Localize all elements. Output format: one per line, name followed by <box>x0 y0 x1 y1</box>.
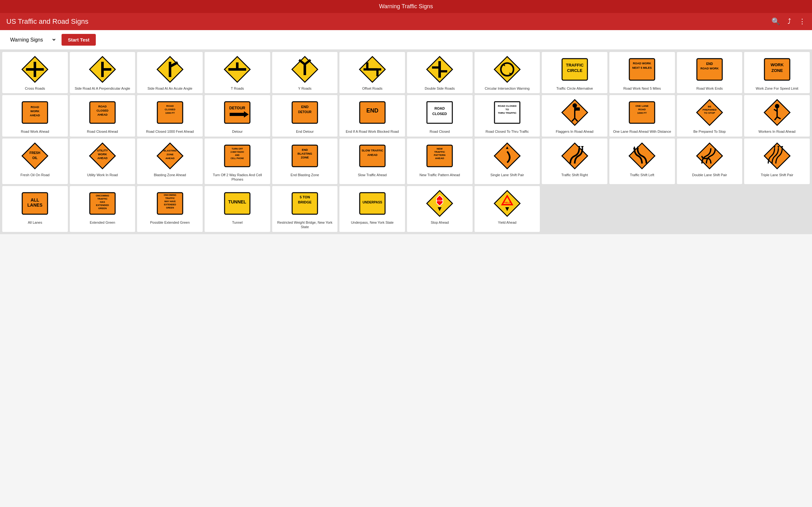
sign-name: Road Closed <box>430 129 450 134</box>
sign-card[interactable]: END End If A Road Work Blocked Road <box>339 95 405 136</box>
sign-card[interactable]: Flaggers In Road Ahead <box>542 95 608 136</box>
svg-text:OIL: OIL <box>32 156 38 160</box>
sign-card[interactable]: ONCOMING TRAFFIC MAY HAVE EXTENDED GREEN… <box>137 186 203 232</box>
sign-image: ROAD WORK AHEAD <box>20 98 49 127</box>
sign-card[interactable]: FRESH OIL Fresh Oil On Road <box>2 138 68 185</box>
sign-card[interactable]: Side Road At A Perpendicular Angle <box>69 52 136 94</box>
sign-image <box>493 142 521 170</box>
svg-text:DETOUR: DETOUR <box>298 110 312 114</box>
sign-card[interactable]: Traffic Shift Left <box>609 138 675 185</box>
sign-card[interactable]: Single Lane Shift Pair <box>474 138 541 185</box>
sign-name: Flaggers In Road Ahead <box>556 129 594 134</box>
sign-card[interactable]: ROAD WORK NEXT 5 MILES Road Work Next 5 … <box>609 52 675 94</box>
sign-image: STOP <box>425 189 454 218</box>
svg-marker-90 <box>22 143 48 169</box>
svg-text:ROAD WORK: ROAD WORK <box>700 67 719 70</box>
category-dropdown[interactable]: Warning Signs Regulatory Signs Guide Sig… <box>6 36 56 44</box>
sign-card[interactable]: SLOW TRAFFIC AHEAD Slow Traffic Ahead <box>339 138 405 185</box>
sign-card[interactable]: T Roads <box>204 52 270 94</box>
svg-text:TUNNEL: TUNNEL <box>229 199 247 205</box>
sign-name: Road Work Ahead <box>21 129 49 134</box>
svg-text:YIELD: YIELD <box>504 202 511 204</box>
svg-text:ROAD WORK: ROAD WORK <box>633 62 652 65</box>
svg-text:ROAD: ROAD <box>31 106 39 109</box>
sign-card[interactable]: NEW TRAFFIC PATTERN AHEAD New Traffic Pa… <box>407 138 473 185</box>
sign-name: Restricted Weight Bridge, New York State <box>274 220 336 229</box>
svg-text:ZONE: ZONE <box>166 153 174 156</box>
svg-marker-25 <box>495 57 520 82</box>
svg-text:TO: TO <box>506 108 509 111</box>
sign-card[interactable]: ALL LANES All Lanes <box>2 186 68 232</box>
sign-card[interactable]: ROAD CLOSED TO THRU TRAFFIC Road Closed … <box>474 95 541 136</box>
svg-text:END: END <box>366 107 378 114</box>
sign-image: TUNNEL <box>223 189 252 218</box>
sign-card[interactable]: TRAFFIC CIRCLE Traffic Circle Alternativ… <box>542 52 608 94</box>
sign-card[interactable]: UTILITY WORK AHEAD Utility Work In Road <box>69 138 136 185</box>
sign-card[interactable]: Y Roads <box>272 52 338 94</box>
sign-card[interactable]: ONE LANE ROAD 1000 FT One Lane Road Ahea… <box>609 95 675 136</box>
sign-image: ALL LANES <box>20 189 49 218</box>
sign-card[interactable]: UNDERPASS Underpass, New York State <box>339 186 405 232</box>
sign-image <box>628 142 656 170</box>
sign-name: New Traffic Pattern Ahead <box>420 173 460 177</box>
sign-image <box>223 55 252 83</box>
sign-image: BLASTING ZONE AHEAD <box>156 142 184 170</box>
sign-card[interactable]: BE PREPARED TO STOP Be Prepared To Stop <box>676 95 743 136</box>
app-bar: US Traffic and Road Signs 🔍 ⤴ ⋮ <box>0 13 812 30</box>
app-title: US Traffic and Road Signs <box>6 17 89 26</box>
sign-card[interactable]: Double Side Roads <box>407 52 473 94</box>
sign-image: FRESH OIL <box>20 142 49 170</box>
sign-image: SLOW TRAFFIC AHEAD <box>358 142 387 170</box>
sign-card[interactable]: END DETOUR End Detour <box>272 95 338 136</box>
sign-card[interactable]: END BLASTING ZONE End Blasting Zone <box>272 138 338 185</box>
sign-image: TRAFFIC CIRCLE <box>560 55 589 83</box>
sign-card[interactable]: Circular Intersection Warning <box>474 52 541 94</box>
sign-card[interactable]: STOP Stop Ahead <box>407 186 473 232</box>
sign-card[interactable]: Workers In Road Ahead <box>744 95 810 136</box>
sign-card[interactable]: YIELD Yield Ahead <box>474 186 541 232</box>
sign-card[interactable]: Side Road At An Acute Angle <box>137 52 203 94</box>
sign-name: End If A Road Work Blocked Road <box>346 129 399 134</box>
sign-card[interactable]: ONCOMING TRAFFIC HAS EXTENDED GREEN Exte… <box>69 186 136 232</box>
sign-card[interactable]: Double Lane Shift Pair <box>676 138 743 185</box>
svg-text:PATTERN: PATTERN <box>434 154 446 157</box>
svg-marker-55 <box>230 113 245 116</box>
svg-text:ZONE: ZONE <box>301 156 309 159</box>
sign-image: END BLASTING ZONE <box>291 142 319 170</box>
sign-name: Stop Ahead <box>431 220 449 225</box>
sign-name: End Blasting Zone <box>291 173 319 177</box>
sign-card[interactable]: Traffic Shift Right <box>542 138 608 185</box>
svg-text:5 TON: 5 TON <box>300 195 310 199</box>
sign-card[interactable]: BLASTING ZONE AHEAD Blasting Zone Ahead <box>137 138 203 185</box>
sign-card[interactable]: 5 TON BRIDGE Restricted Weight Bridge, N… <box>272 186 338 232</box>
sign-card[interactable]: ROAD CLOSED Road Closed <box>407 95 473 136</box>
sign-card[interactable]: Cross Roads <box>2 52 68 94</box>
sign-name: Offset Roads <box>362 86 383 91</box>
svg-text:GREEN: GREEN <box>98 207 107 210</box>
sign-card[interactable]: TURN OFF 2-WAY RADIO AND CELL PHONE Turn… <box>204 138 270 185</box>
sign-card[interactable]: Offset Roads <box>339 52 405 94</box>
sign-name: Cross Roads <box>25 86 45 91</box>
svg-text:AHEAD: AHEAD <box>97 113 108 116</box>
sign-card[interactable]: ROAD CLOSED AHEAD Road Closed Ahead <box>69 95 136 136</box>
sign-card[interactable]: TUNNEL Tunnel <box>204 186 270 232</box>
sign-card[interactable]: ROAD CLOSED 1000 FT Road Closed 1000 Fee… <box>137 95 203 136</box>
sign-card[interactable]: ROAD WORK AHEAD Road Work Ahead <box>2 95 68 136</box>
sign-card[interactable]: DETOUR Detour <box>204 95 270 136</box>
svg-text:BE: BE <box>708 105 711 108</box>
svg-text:AHEAD: AHEAD <box>165 157 174 160</box>
svg-text:ONCOMING: ONCOMING <box>96 194 109 197</box>
sign-card[interactable]: WORK ZONE Work Zone For Speed Limit <box>744 52 810 94</box>
share-icon[interactable]: ⤴ <box>788 17 791 26</box>
sign-card[interactable]: END ROAD WORK Road Work Ends <box>676 52 743 94</box>
svg-marker-125 <box>633 146 636 149</box>
svg-text:BRIDGE: BRIDGE <box>298 200 312 204</box>
sign-image: WORK ZONE <box>763 55 792 83</box>
search-icon[interactable]: 🔍 <box>771 17 780 26</box>
start-test-button[interactable]: Start Test <box>61 34 96 46</box>
svg-text:END: END <box>301 105 308 109</box>
sign-card[interactable]: Triple Lane Shift Pair <box>744 138 810 185</box>
signs-grid: Cross Roads Side Road At A Perpendicular… <box>0 50 812 234</box>
svg-text:WORK: WORK <box>98 153 107 156</box>
more-vert-icon[interactable]: ⋮ <box>799 17 806 26</box>
